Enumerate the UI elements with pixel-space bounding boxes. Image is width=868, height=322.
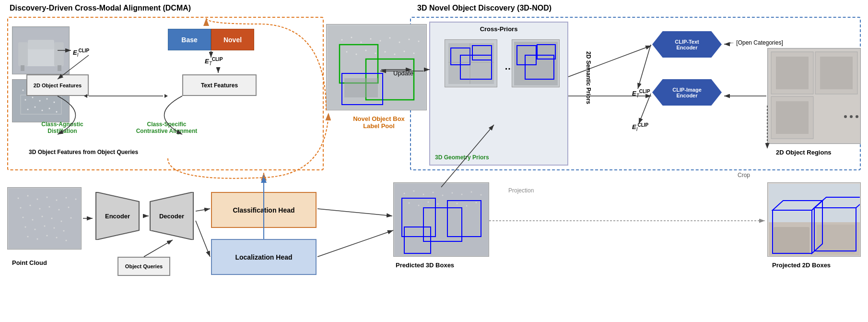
svg-point-107 (466, 205, 467, 206)
svg-point-27 (46, 98, 47, 99)
cross-priors-title: Cross-Priors (480, 25, 518, 33)
svg-point-47 (365, 49, 366, 51)
diagram-container: Discovery-Driven Cross-Modal Alignment (… (0, 0, 868, 322)
title-3dnod: 3D Novel Object Discovery (3D-NOD) (417, 4, 551, 12)
cross-priors-img1 (445, 39, 497, 87)
svg-point-95 (432, 191, 434, 193)
svg-point-62 (56, 199, 57, 201)
svg-rect-16 (58, 65, 61, 71)
svg-point-40 (379, 40, 381, 41)
svg-point-94 (422, 193, 424, 195)
classification-head-box: Classification Head (211, 192, 317, 228)
svg-point-65 (20, 207, 21, 208)
svg-rect-15 (21, 65, 24, 71)
svg-rect-125 (776, 57, 809, 89)
svg-point-70 (68, 206, 69, 208)
svg-point-77 (24, 226, 26, 227)
svg-rect-127 (820, 57, 853, 89)
svg-point-75 (60, 220, 62, 222)
svg-point-24 (24, 99, 26, 100)
svg-line-147 (144, 240, 173, 257)
svg-point-18 (22, 89, 23, 91)
svg-point-98 (461, 193, 462, 195)
svg-rect-57 (9, 189, 81, 249)
svg-rect-129 (776, 101, 809, 134)
obj-queries-box: Object Queries (117, 257, 170, 276)
svg-rect-12 (18, 42, 28, 66)
svg-point-72 (32, 219, 33, 220)
svg-point-58 (17, 197, 19, 199)
svg-point-32 (48, 107, 50, 109)
semantic-priors-label: 2D Semantic Priors (585, 51, 592, 104)
clip-image-encoder: CLIP-Image Encoder (652, 79, 722, 106)
clip-text-encoder: CLIP-Text Encoder (652, 31, 722, 58)
svg-line-149 (196, 221, 210, 257)
svg-rect-116 (774, 227, 809, 253)
svg-point-93 (413, 190, 414, 191)
projected-2d-caption: Projected 2D Boxes (772, 262, 831, 269)
svg-rect-91 (395, 184, 488, 256)
svg-point-82 (27, 236, 28, 237)
svg-point-101 (408, 202, 410, 203)
svg-point-84 (46, 235, 47, 236)
projection-label: Projection (508, 187, 534, 194)
svg-point-69 (58, 209, 59, 210)
obj2d-feat-box: 2D Object Features (26, 74, 89, 96)
localization-head-box: Localization Head (211, 239, 317, 275)
predicted-3d-caption: Predicted 3D Boxes (396, 262, 454, 269)
svg-point-43 (408, 38, 410, 40)
svg-point-130 (844, 115, 847, 118)
svg-point-79 (44, 225, 45, 227)
svg-point-131 (850, 115, 853, 118)
svg-point-26 (39, 100, 40, 101)
svg-rect-56 (344, 78, 378, 97)
e-clip-i-nod-label: EICLIP (632, 122, 648, 132)
svg-point-59 (27, 195, 28, 196)
svg-point-60 (36, 198, 38, 200)
svg-point-49 (384, 51, 386, 52)
svg-point-68 (48, 206, 50, 207)
svg-point-86 (65, 239, 67, 241)
base-box: Base (168, 29, 211, 50)
svg-point-66 (29, 204, 31, 206)
class-specific-label: Class-SpecificContrastive Alignment (122, 121, 211, 134)
encoder-shape: Encoder (94, 192, 141, 240)
cross-priors-panel: Cross-Priors … (429, 22, 568, 166)
text-feat-box: Text Features (182, 74, 257, 96)
svg-point-99 (470, 191, 472, 192)
svg-point-51 (403, 50, 405, 52)
svg-point-39 (370, 38, 371, 39)
svg-point-29 (27, 108, 28, 110)
svg-point-83 (36, 238, 38, 239)
svg-point-30 (34, 106, 35, 107)
class-agnostic-label: Class-AgnosticDistillation (29, 121, 96, 134)
svg-point-106 (456, 203, 457, 204)
svg-point-100 (480, 194, 481, 195)
svg-point-42 (399, 41, 400, 43)
novel-box: Novel (211, 29, 254, 50)
svg-point-44 (418, 40, 419, 42)
update-label: Update (393, 70, 413, 77)
svg-point-46 (355, 53, 357, 55)
title-dcma: Discovery-Driven Cross-Modal Alignment (… (10, 4, 191, 12)
base-novel-container: Base Novel (168, 29, 254, 50)
svg-point-80 (53, 227, 55, 228)
svg-point-76 (70, 217, 71, 218)
open-categories-label: ← [Open Categories] (729, 39, 783, 46)
svg-text:Encoder: Encoder (105, 213, 130, 220)
pointcloud-bottom-image (7, 187, 82, 250)
2d-obj-regions-caption: 2D Object Regions (776, 149, 832, 156)
svg-text:Decoder: Decoder (159, 213, 184, 220)
svg-rect-13 (54, 42, 64, 66)
svg-point-92 (403, 192, 405, 194)
2d-obj-regions-image (767, 48, 861, 144)
e-clip-t-label: ETCLIP (205, 57, 223, 66)
obj3d-feat-label: 3D Object Features from Object Queries (29, 149, 138, 155)
decoder-shape: Decoder (148, 192, 196, 240)
crop-label: Crop (738, 172, 750, 179)
svg-point-73 (41, 215, 43, 217)
e-clip-t-nod-label: ETCLIP (632, 89, 650, 98)
svg-point-85 (56, 237, 57, 238)
geo-priors-label: 3D Geometry Priors (435, 154, 489, 161)
point-cloud-caption: Point Cloud (12, 259, 47, 266)
